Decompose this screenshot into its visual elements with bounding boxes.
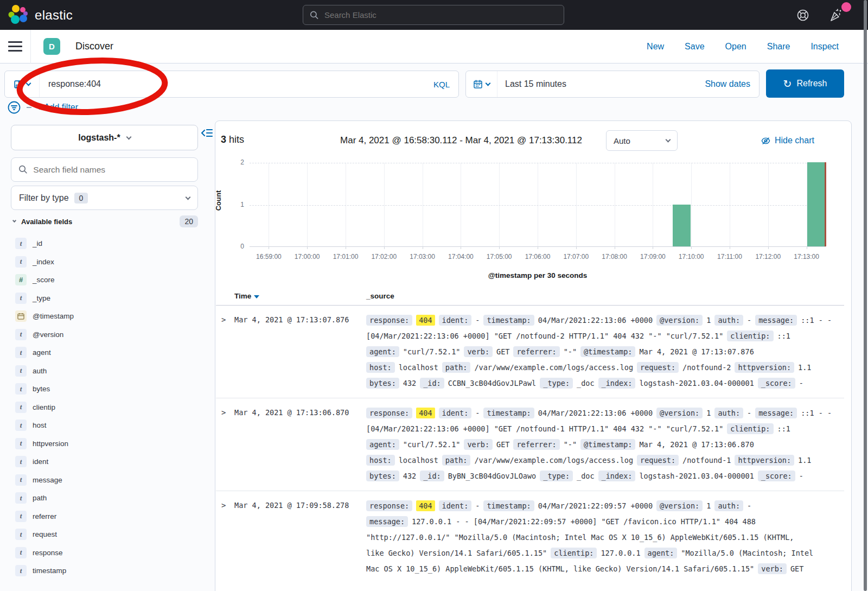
expand-row-button[interactable]: >	[216, 498, 234, 513]
x-axis-tick	[653, 246, 653, 249]
show-dates-button[interactable]: Show dates	[705, 79, 759, 89]
text-type-icon: t	[15, 492, 27, 504]
field-item-ident[interactable]: tident	[11, 453, 198, 471]
expand-row-button[interactable]: >	[216, 405, 234, 421]
field-value: 1	[706, 409, 711, 417]
field-item-_index[interactable]: t_index	[11, 253, 198, 271]
field-item-message[interactable]: tmessage	[11, 471, 198, 490]
page-scrollbar[interactable]	[864, 0, 867, 591]
discover-app-badge[interactable]: D	[43, 38, 60, 55]
interval-select[interactable]: Auto	[606, 130, 678, 151]
field-value: "-"	[564, 440, 577, 449]
elastic-logo[interactable]: elastic	[8, 4, 73, 26]
source-column-header[interactable]: _source	[366, 292, 394, 300]
share-button[interactable]: Share	[767, 42, 790, 52]
x-axis-tick	[384, 246, 385, 249]
doc-source-line: agent:"curl/7.52.1"verb:GETreferrer:"-"@…	[366, 436, 844, 452]
field-item-referrer[interactable]: treferrer	[11, 507, 198, 526]
text-type-icon: t	[15, 529, 27, 540]
field-item-request[interactable]: trequest	[11, 525, 198, 544]
available-fields-header[interactable]: Available fields 20	[11, 215, 198, 227]
field-value: /notfound-1	[682, 456, 731, 465]
field-value: 04/Mar/2021:22:09:57 +0000	[538, 501, 653, 510]
text-type-icon: t	[15, 347, 27, 358]
field-name-pill: @version:	[656, 315, 703, 326]
refresh-button[interactable]: ↻ Refresh	[766, 69, 844, 98]
quick-select-menu-button[interactable]	[466, 71, 497, 97]
saved-query-menu-button[interactable]	[5, 71, 40, 97]
field-search-input[interactable]	[33, 165, 190, 175]
field-item-agent[interactable]: tagent	[11, 344, 198, 362]
doc-source-line: host:localhostpath:/var/www/example.com/…	[366, 359, 844, 375]
index-pattern-name: logstash-*	[78, 133, 120, 143]
save-button[interactable]: Save	[685, 42, 704, 52]
field-value: 127.0.0.1 - - [04/Mar/2021:22:09:57 +000…	[412, 517, 756, 526]
filter-icon[interactable]	[7, 100, 21, 115]
field-item-response[interactable]: tresponse	[11, 544, 198, 562]
field-value: Mac OS X 10_15_6) AppleWebKit/605.1.15 (…	[366, 564, 754, 573]
field-name: request	[33, 530, 57, 538]
text-type-icon: t	[15, 383, 27, 395]
x-tick-label: 17:12:00	[746, 253, 790, 260]
field-search[interactable]	[11, 157, 198, 182]
field-name-pill: _id:	[420, 471, 444, 481]
new-button[interactable]: New	[647, 42, 664, 52]
news-party-icon[interactable]	[828, 8, 844, 23]
field-value: -	[475, 409, 480, 417]
add-filter-button[interactable]: + Add filter	[37, 103, 78, 112]
query-language-button[interactable]: KQL	[433, 80, 458, 89]
inspect-button[interactable]: Inspect	[810, 42, 839, 52]
field-value: /var/www/example.com/logs/access.log	[474, 363, 633, 372]
field-item-httpversion[interactable]: thttpversion	[11, 435, 198, 453]
histogram-bar[interactable]	[673, 205, 691, 247]
filter-by-type[interactable]: Filter by type 0	[11, 186, 198, 210]
expand-row-button[interactable]: >	[216, 312, 234, 328]
global-search[interactable]	[303, 5, 564, 25]
help-icon[interactable]	[795, 8, 810, 23]
histogram-plot[interactable]	[250, 163, 826, 247]
field-item-_score[interactable]: #_score	[11, 271, 198, 289]
x-tick-label: 17:06:00	[516, 253, 559, 260]
field-value: like Gecko) Version/14.1 Safari/605.1.15…	[366, 549, 547, 557]
field-value: ::1 - -	[801, 409, 832, 417]
y-tick-label: 1	[228, 201, 244, 208]
field-item-_id[interactable]: t_id	[11, 234, 198, 253]
field-value: "curl/7.52.1"	[403, 440, 461, 449]
field-item-clientip[interactable]: tclientip	[11, 398, 198, 417]
histogram-bar[interactable]	[807, 162, 825, 246]
collapse-sidebar-button[interactable]	[200, 126, 213, 139]
field-item-host[interactable]: thost	[11, 416, 198, 435]
time-column-header[interactable]: Time	[234, 292, 366, 300]
index-pattern-switcher[interactable]: logstash-*	[11, 125, 198, 150]
field-value: 1.1	[798, 363, 811, 372]
doc-source: response:404ident:-timestamp:04/Mar/2021…	[366, 312, 844, 391]
field-item-_type[interactable]: t_type	[11, 289, 198, 308]
search-icon	[18, 164, 28, 175]
field-name-pill: agent:	[644, 548, 678, 558]
field-value: "Mozilla/5.0 (Macintosh; Intel	[681, 549, 813, 557]
text-type-icon: t	[15, 293, 27, 304]
open-button[interactable]: Open	[725, 42, 746, 52]
time-range-value[interactable]: Last 15 minutes	[497, 79, 566, 89]
doc-source-line: response:404ident:-timestamp:04/Mar/2021…	[366, 405, 844, 421]
brand-name: elastic	[35, 8, 73, 23]
field-value: "http://127.0.0.1/" "Mozilla/5.0 (Macint…	[366, 533, 794, 542]
field-name-pill: request:	[637, 362, 679, 373]
field-item-path[interactable]: tpath	[11, 489, 198, 507]
x-tick-label: 17:13:00	[785, 253, 828, 260]
field-value: 1.1	[798, 456, 811, 465]
field-item-timestamp[interactable]: ttimestamp	[11, 562, 198, 580]
field-item-@timestamp[interactable]: @timestamp	[11, 307, 198, 326]
doc-table-header: Time _source	[216, 292, 844, 306]
global-search-input[interactable]	[324, 10, 557, 20]
text-type-icon: t	[15, 256, 27, 268]
field-item-auth[interactable]: tauth	[11, 362, 198, 380]
doc-source-line: bytes:432_id:ByBN_3cB04dGovJLOawo_type:_…	[366, 468, 844, 484]
field-item-bytes[interactable]: tbytes	[11, 380, 198, 398]
field-item-@version[interactable]: t@version	[11, 326, 198, 344]
hide-chart-button[interactable]: Hide chart	[761, 136, 814, 145]
query-input[interactable]	[40, 79, 433, 89]
field-value: GET	[496, 440, 509, 449]
hits-count: 3 hits	[221, 134, 244, 145]
menu-button[interactable]	[0, 30, 31, 63]
